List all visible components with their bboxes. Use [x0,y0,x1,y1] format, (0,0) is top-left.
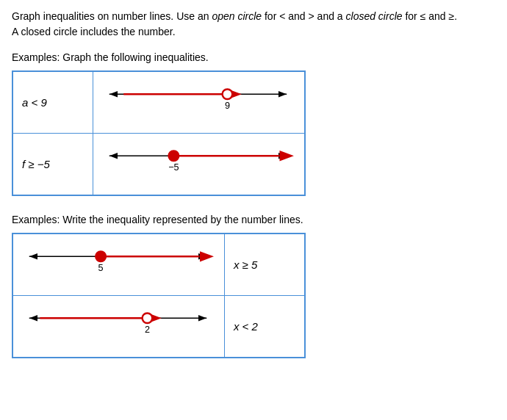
table-row: 2 x < 2 [12,296,305,358]
svg-text:5: 5 [98,263,104,273]
number-line-svg3: 5 [22,240,215,287]
graph-table: a < 9 [12,70,306,196]
section2-label: Examples: Write the inequality represent… [12,214,495,225]
svg-point-6 [169,151,179,161]
graph-cell: 2 [12,296,224,358]
svg-text:2: 2 [145,325,150,335]
svg-point-14 [143,313,153,323]
number-line-svg2: −5 [102,140,295,187]
intro-line2: A closed circle includes the number. [12,26,176,37]
inequality-text: a [22,96,28,109]
number-line-svg4: 2 [22,302,215,349]
inequality-text: f [22,158,25,170]
write-table: 5 x ≥ 5 [12,233,306,358]
var-text: x [234,258,240,271]
svg-point-2 [223,89,233,99]
inequality-answer: x < 2 [224,296,305,358]
svg-text:−5: −5 [168,162,179,173]
svg-text:9: 9 [225,101,230,111]
inequality-label: f ≥ −5 [12,134,93,196]
section1-label: Examples: Graph the following inequaliti… [12,51,495,63]
inequality-label: a < 9 [12,71,93,134]
graph-cell: −5 [93,134,305,196]
graph-cell: 5 [12,233,224,296]
number-line-svg: 9 [102,78,295,125]
var-text: x [234,320,240,333]
intro-mid2: for ≤ and ≥. [403,10,458,22]
table-row: a < 9 [12,71,305,134]
table-row: f ≥ −5 [12,134,305,196]
inequality-answer: x ≥ 5 [224,233,305,296]
intro-mid1: for < and > and a [262,10,345,22]
intro-line1: Graph inequalities on number lines. Use … [12,10,212,22]
graph-cell: 9 [93,71,305,134]
open-circle-term: open circle [212,10,262,22]
table-row: 5 x ≥ 5 [12,233,305,296]
svg-point-10 [96,251,106,261]
closed-circle-term: closed circle [346,10,403,22]
intro-paragraph: Graph inequalities on number lines. Use … [12,9,495,40]
